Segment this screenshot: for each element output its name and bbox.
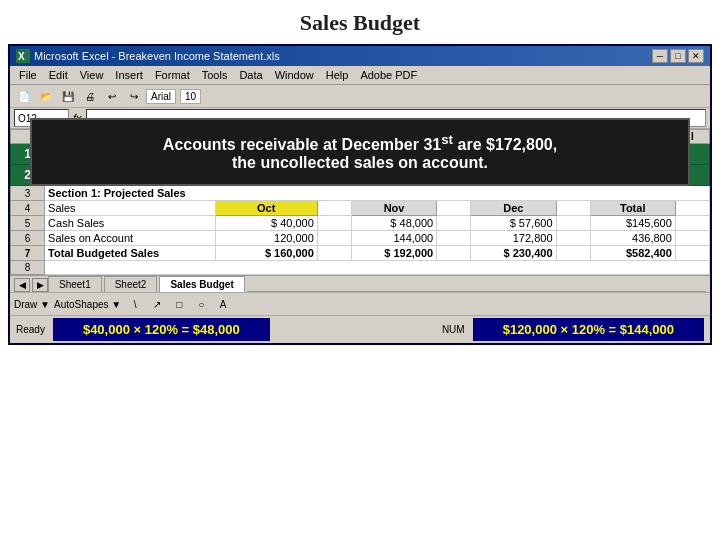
cell-6e: [437, 231, 471, 246]
total-cash: $145,600: [590, 216, 675, 231]
menu-data[interactable]: Data: [234, 68, 267, 82]
col-labels-row: 4 Sales Oct Nov Dec Total: [11, 201, 710, 216]
col-nov: Nov: [351, 201, 436, 216]
cell-6c: [317, 231, 351, 246]
callout-box: Accounts receivable at December 31st are…: [30, 118, 690, 186]
tab-sheet2[interactable]: Sheet2: [104, 276, 158, 292]
menu-format[interactable]: Format: [150, 68, 195, 82]
menu-bar: File Edit View Insert Format Tools Data …: [10, 66, 710, 85]
excel-window: X Microsoft Excel - Breakeven Income Sta…: [8, 44, 712, 345]
cell-6g: [556, 231, 590, 246]
col-dec: Dec: [471, 201, 556, 216]
menu-edit[interactable]: Edit: [44, 68, 73, 82]
text-tool[interactable]: A: [213, 295, 233, 313]
save-button[interactable]: 💾: [58, 87, 78, 105]
title-bar-left: X Microsoft Excel - Breakeven Income Sta…: [16, 49, 280, 63]
open-button[interactable]: 📂: [36, 87, 56, 105]
section-row: 3 Section 1: Projected Sales: [11, 186, 710, 201]
undo-button[interactable]: ↩: [102, 87, 122, 105]
section-label-cell: Section 1: Projected Sales: [45, 186, 710, 201]
cell-4i: [675, 201, 709, 216]
dec-cash: $ 57,600: [471, 216, 556, 231]
cell-6i: [675, 231, 709, 246]
cell-7g: [556, 246, 590, 261]
cell-4c: [317, 201, 351, 216]
cell-7e: [437, 246, 471, 261]
nov-total: $ 192,000: [351, 246, 436, 261]
draw-toolbar: Draw ▼ AutoShapes ▼ \ ↗ □ ○ A: [10, 292, 710, 315]
row-num-5: 5: [11, 216, 45, 231]
cell-4g: [556, 201, 590, 216]
cell-5c: [317, 216, 351, 231]
total-account: 436,800: [590, 231, 675, 246]
cell-5e: [437, 216, 471, 231]
oval-tool[interactable]: ○: [191, 295, 211, 313]
menu-help[interactable]: Help: [321, 68, 354, 82]
svg-text:X: X: [18, 51, 25, 62]
arrow-tool[interactable]: ↗: [147, 295, 167, 313]
label-cash-sales: Cash Sales: [45, 216, 215, 231]
cell-5g: [556, 216, 590, 231]
autoshapes-label: AutoShapes ▼: [54, 299, 121, 310]
nov-account: 144,000: [351, 231, 436, 246]
minimize-button[interactable]: ─: [652, 49, 668, 63]
status-region: Ready $40,000 × 120% = $48,000 NUM $120,…: [10, 315, 710, 343]
tab-bar: ◀ ▶ Sheet1 Sheet2 Sales Budget: [10, 275, 710, 292]
oct-total: $ 160,000: [215, 246, 317, 261]
new-button[interactable]: 📄: [14, 87, 34, 105]
tab-scroll-right[interactable]: ▶: [32, 278, 48, 292]
cell-7c: [317, 246, 351, 261]
oct-account: 120,000: [215, 231, 317, 246]
row-num-8: 8: [11, 261, 45, 275]
draw-label: Draw ▼: [14, 299, 50, 310]
redo-button[interactable]: ↪: [124, 87, 144, 105]
row-num-6: 6: [11, 231, 45, 246]
total-total: $582,400: [590, 246, 675, 261]
tab-scroll-left[interactable]: ◀: [14, 278, 30, 292]
status-num: NUM: [442, 324, 465, 335]
callout-text: Accounts receivable at December 31st are…: [163, 136, 557, 171]
line-tool[interactable]: \: [125, 295, 145, 313]
font-selector[interactable]: Arial: [146, 89, 176, 104]
empty-row-8: 8: [11, 261, 710, 275]
font-size-selector[interactable]: 10: [180, 89, 201, 104]
label-total-sales: Total Budgeted Sales: [45, 246, 215, 261]
rect-tool[interactable]: □: [169, 295, 189, 313]
sales-account-row: 6 Sales on Account 120,000 144,000 172,8…: [11, 231, 710, 246]
close-button[interactable]: ✕: [688, 49, 704, 63]
menu-adobe[interactable]: Adobe PDF: [355, 68, 422, 82]
menu-tools[interactable]: Tools: [197, 68, 233, 82]
title-bar-controls[interactable]: ─ □ ✕: [652, 49, 704, 63]
menu-view[interactable]: View: [75, 68, 109, 82]
cell-5i: [675, 216, 709, 231]
status-left: Ready $40,000 × 120% = $48,000: [16, 318, 270, 341]
status-ready: Ready: [16, 324, 45, 335]
page-title: Sales Budget: [0, 0, 720, 44]
label-sales: Sales: [45, 201, 215, 216]
row-num-7: 7: [11, 246, 45, 261]
menu-window[interactable]: Window: [270, 68, 319, 82]
status-bar: Ready $40,000 × 120% = $48,000 NUM $120,…: [10, 315, 710, 343]
equation-right: $120,000 × 120% = $144,000: [473, 318, 704, 341]
window-title: Microsoft Excel - Breakeven Income State…: [34, 50, 280, 62]
cell-8: [45, 261, 710, 275]
row-num-4: 4: [11, 201, 45, 216]
dec-total: $ 230,400: [471, 246, 556, 261]
total-sales-row: 7 Total Budgeted Sales $ 160,000 $ 192,0…: [11, 246, 710, 261]
tab-sheet1[interactable]: Sheet1: [48, 276, 102, 292]
cell-4e: [437, 201, 471, 216]
title-bar: X Microsoft Excel - Breakeven Income Sta…: [10, 46, 710, 66]
maximize-button[interactable]: □: [670, 49, 686, 63]
col-total: Total: [590, 201, 675, 216]
print-button[interactable]: 🖨: [80, 87, 100, 105]
row-num-3: 3: [11, 186, 45, 201]
tab-sales-budget[interactable]: Sales Budget: [159, 276, 244, 292]
cell-7i: [675, 246, 709, 261]
col-oct: Oct: [215, 201, 317, 216]
menu-insert[interactable]: Insert: [110, 68, 148, 82]
nov-cash: $ 48,000: [351, 216, 436, 231]
label-sales-account: Sales on Account: [45, 231, 215, 246]
oct-cash: $ 40,000: [215, 216, 317, 231]
menu-file[interactable]: File: [14, 68, 42, 82]
toolbar: 📄 📂 💾 🖨 ↩ ↪ Arial 10: [10, 85, 710, 108]
